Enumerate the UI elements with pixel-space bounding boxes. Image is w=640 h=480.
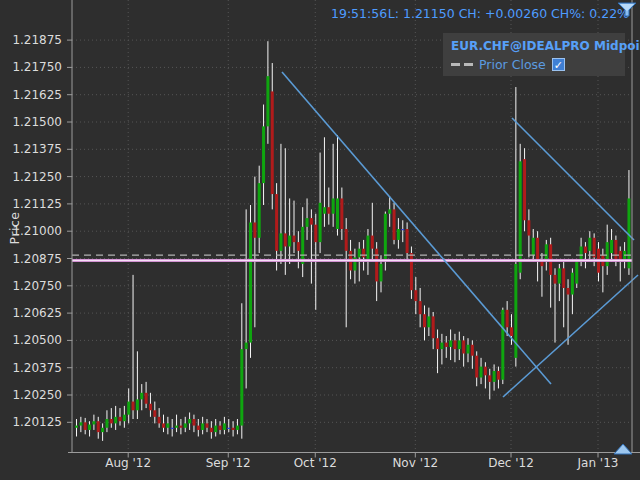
legend-title: EUR.CHF@IDEALPRO Midpoint [451,39,640,53]
y-tick-label: 1.20125 [0,415,62,429]
y-axis-title: Price [7,212,22,245]
x-tick-label: Aug '12 [96,456,160,470]
y-tick-label: 1.21250 [0,170,62,184]
y-tick-label: 1.21375 [0,142,62,156]
y-tick-label: 1.20750 [0,279,62,293]
x-tick-label: Nov '12 [383,456,447,470]
y-tick-label: 1.21875 [0,33,62,47]
ascending-support-line[interactable] [503,275,638,397]
collapse-panel-icon[interactable] [617,2,637,22]
chart-window: 1.218751.217501.216251.215001.213751.212… [0,0,640,480]
prior-close-line-sample [451,63,473,66]
y-tick-label: 1.21750 [0,60,62,74]
prior-close-label: Prior Close [479,57,546,72]
y-tick-label: 1.20500 [0,333,62,347]
y-tick-label: 1.20625 [0,306,62,320]
y-tick-label: 1.20875 [0,252,62,266]
x-tick-label: Sep '12 [196,456,260,470]
quote-line: L: 1.21150 CH: +0.00260 CH%: 0.22% [388,6,629,21]
y-tick-label: 1.21625 [0,88,62,102]
x-tick-label: Dec '12 [479,456,543,470]
scroll-to-latest-icon[interactable] [613,440,633,459]
legend-box: EUR.CHF@IDEALPRO Midpoint Prior Close ✓ [443,33,625,76]
server-time: 19:51:56 [331,6,387,21]
y-tick-label: 1.20250 [0,388,62,402]
prior-close-checkbox[interactable]: ✓ [552,58,565,71]
y-tick-label: 1.21125 [0,197,62,211]
x-tick-label: Oct '12 [283,456,347,470]
y-tick-label: 1.21500 [0,115,62,129]
y-tick-label: 1.20375 [0,361,62,375]
